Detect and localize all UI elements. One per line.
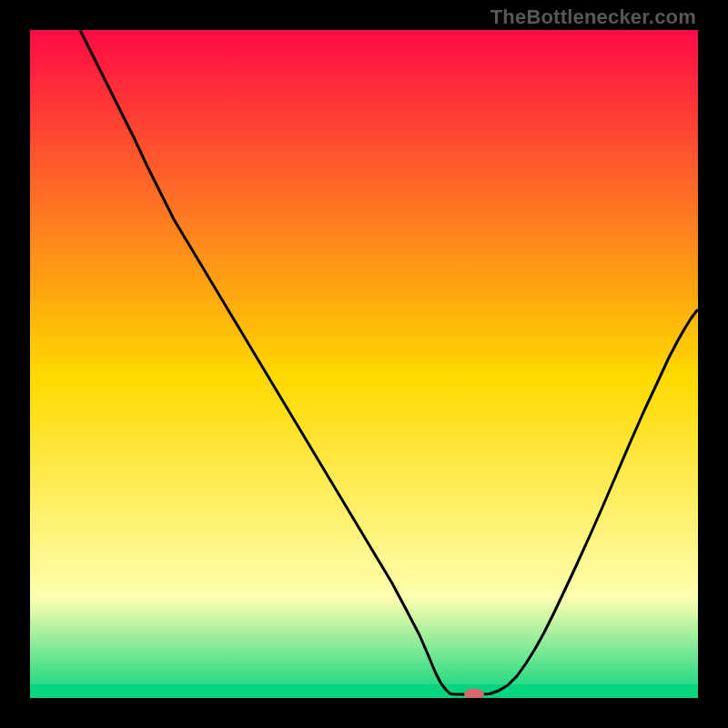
chart-frame: TheBottlenecker.com (0, 0, 728, 728)
chart-svg (30, 30, 698, 698)
chart-plot-area (30, 30, 698, 698)
baseline-band (30, 684, 698, 698)
watermark-text: TheBottlenecker.com (490, 5, 696, 29)
